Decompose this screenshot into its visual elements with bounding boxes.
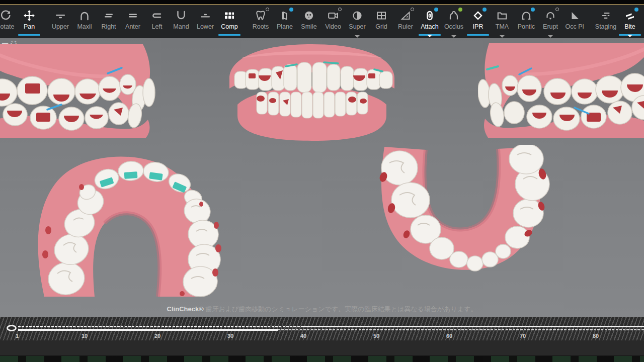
lower-panel-strip (0, 340, 644, 355)
toolbar-item-ipr[interactable]: IPR (466, 5, 490, 38)
indicator-dot-blue (531, 8, 535, 12)
view-anterior[interactable] (225, 40, 398, 143)
staging-icon (600, 10, 612, 22)
mandible-icon (175, 10, 187, 22)
video-icon (327, 10, 339, 22)
staging-timeline[interactable]: 1 10 20 30 40 50 60 70 80 (0, 317, 644, 340)
toolbar-item-pan[interactable]: Pan (17, 5, 41, 38)
left-view-icon (151, 10, 163, 22)
stage-slider-handle[interactable] (7, 325, 17, 331)
dropdown-caret (451, 35, 456, 38)
toolbar-item-rotate[interactable]: Rotate (0, 5, 17, 38)
toolbar-item-mand[interactable]: Mand (169, 5, 193, 38)
composite-view-icon (223, 10, 235, 22)
toolbar-item-maxil[interactable]: Maxil (72, 5, 97, 38)
toolbar-item-ruler[interactable]: Ruler (393, 5, 418, 38)
lower-view-icon (199, 10, 211, 22)
toolbar-item-upper[interactable]: Upper (48, 5, 72, 38)
disclaimer-brand: ClinCheck® (167, 305, 204, 313)
toolbar-item-left[interactable]: Left (145, 5, 169, 38)
bite-ramp-icon (624, 10, 636, 22)
plane-icon (279, 10, 291, 22)
toolbar-item-erupt[interactable]: Erupt (538, 5, 562, 38)
disclaimer-text: ClinCheck® 歯牙および歯肉移動のシミュレーションです。実際の臨床結果と… (0, 305, 644, 314)
indicator-dot-blue (289, 8, 293, 12)
maxilla-icon (78, 10, 91, 22)
top-black-strip (0, 0, 644, 4)
video-progress-segments (0, 356, 644, 362)
toolbar-item-lower[interactable]: Lower (193, 5, 217, 38)
dropdown-caret (500, 35, 505, 38)
dropdown-caret (355, 35, 360, 38)
toolbar-item-anter[interactable]: Anter (121, 5, 145, 38)
toolbar-item-grid[interactable]: Grid (369, 5, 393, 38)
active-underline (467, 34, 489, 36)
stage-tick-label: 30 (227, 333, 233, 339)
indicator-ring (555, 8, 559, 11)
clincheck-window: Rotate Pan Upper Maxil Right Anter Left … (0, 0, 644, 362)
video-progress-strip[interactable] (0, 356, 644, 362)
toolbar-item-comp[interactable]: Comp (217, 5, 242, 38)
dropdown-caret (627, 35, 632, 37)
dropdown-caret (427, 35, 432, 37)
indicator-dot-green (458, 8, 462, 12)
toolbar-item-staging[interactable]: Staging (594, 5, 618, 38)
stage-tick-label: 10 (82, 333, 88, 339)
stage-tick-label: 50 (373, 333, 379, 339)
toolbar-item-pontic[interactable]: Pontic (514, 5, 538, 38)
stage-tick-label: 20 (154, 333, 160, 339)
dropdown-caret (548, 35, 553, 38)
toolbar-item-roots[interactable]: Roots (249, 5, 273, 38)
smile-icon (303, 10, 315, 22)
toolbar-item-occlus[interactable]: Occlus (442, 5, 466, 38)
attachments-icon (424, 10, 436, 22)
ipr-icon (472, 10, 484, 22)
view-lower-occlusal[interactable] (366, 145, 558, 277)
occlusion-icon (448, 10, 460, 22)
upper-arch-track-passive (303, 326, 644, 327)
toolbar-item-tma[interactable]: TMA (490, 5, 514, 38)
lower-arch-track (18, 329, 278, 331)
lower-arch-track-passive (278, 329, 644, 330)
superimpose-icon (351, 10, 363, 22)
anterior-view-icon (127, 10, 139, 22)
tma-folder-icon (496, 10, 508, 22)
active-underline (18, 34, 40, 36)
pontic-icon (520, 10, 532, 22)
view-right-lateral[interactable] (0, 44, 161, 138)
toolbar-item-bite[interactable]: Bite (618, 5, 642, 38)
toolbar-item-plane[interactable]: Plane (273, 5, 297, 38)
active-underline (218, 34, 240, 36)
stage-tick-label: 1 (16, 333, 19, 339)
toolbar-item-super[interactable]: Super (345, 5, 369, 38)
upper-view-icon (54, 10, 66, 22)
toolbar-item-attach[interactable]: Attach (418, 5, 442, 38)
indicator-dot-blue (482, 8, 487, 12)
eruption-icon (544, 10, 556, 22)
right-view-icon (103, 10, 115, 22)
grid-icon (375, 10, 387, 22)
indicator-dot-blue (634, 8, 638, 12)
view-left-lateral[interactable] (478, 43, 644, 138)
stage-tick-label: 80 (593, 333, 599, 339)
indicator-ring (338, 8, 342, 11)
indicator-dot-blue (434, 8, 438, 12)
gum (229, 44, 394, 141)
view-upper-occlusal[interactable] (31, 150, 223, 297)
indicator-ring (411, 8, 414, 11)
main-toolbar: Rotate Pan Upper Maxil Right Anter Left … (0, 5, 644, 38)
model-viewport[interactable]: ステージ (0, 38, 644, 317)
roots-icon (255, 10, 267, 22)
stage-tick-label: 40 (300, 333, 306, 339)
ruler-icon (399, 10, 412, 22)
upper-arch-track (18, 326, 303, 327)
indicator-ring (266, 8, 269, 11)
toolbar-item-right[interactable]: Right (97, 5, 121, 38)
toolbar-item-smile[interactable]: Smile (297, 5, 321, 38)
toolbar-item-occ-pl[interactable]: Occ Pl (562, 5, 587, 38)
stage-tick-label: 60 (446, 333, 452, 339)
occlusal-plane-icon (569, 10, 581, 22)
toolbar-item-video[interactable]: Video (321, 5, 345, 38)
stage-tick-label: 70 (520, 333, 526, 339)
rotate-icon (0, 10, 11, 22)
